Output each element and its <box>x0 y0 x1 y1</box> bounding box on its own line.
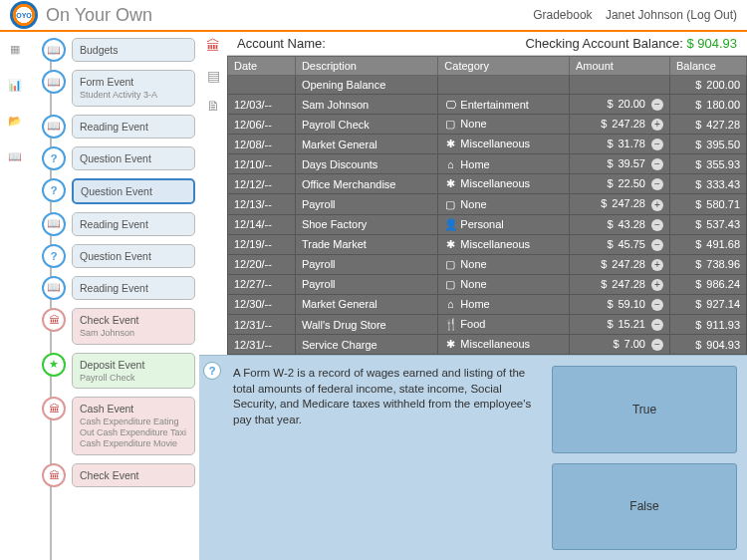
table-row[interactable]: 12/31/--Wall's Drug Store🍴Food$ 15.21 −$… <box>228 315 747 335</box>
cell-date: 12/19/-- <box>228 234 296 254</box>
table-row[interactable]: 12/08/--Market General✱Miscellaneous$ 31… <box>228 135 747 154</box>
timeline-item-title: Reading Event <box>80 218 187 230</box>
timeline-card[interactable]: Question Event <box>72 178 195 204</box>
timeline-item-title: Question Event <box>80 250 187 262</box>
list-icon[interactable]: ▤ <box>207 68 220 84</box>
table-row[interactable]: 12/27/--Payroll▢None$ 247.28 +$ 986.24 <box>228 274 747 294</box>
timeline-item[interactable]: ?Question Event <box>34 178 195 204</box>
chart-icon[interactable]: 📊 <box>6 76 24 94</box>
question-icon: ? <box>203 362 221 380</box>
timeline-item[interactable]: ★Deposit EventPayroll Check <box>34 353 195 390</box>
cell-description: Days Discounts <box>295 154 437 174</box>
cell-description: Payroll <box>295 194 437 214</box>
cell-description: Payroll <box>295 274 437 294</box>
table-row[interactable]: 12/13/--Payroll▢None$ 247.28 +$ 580.71 <box>228 194 747 214</box>
question-text: A Form W-2 is a record of wages earned a… <box>225 356 548 560</box>
cell-category: 🍴Food <box>438 315 570 335</box>
user-logout-link[interactable]: Janet Johnson (Log Out) <box>606 8 737 22</box>
cell-balance: $ 580.71 <box>670 194 747 214</box>
gradebook-link[interactable]: Gradebook <box>533 8 592 22</box>
cell-date: 12/31/-- <box>228 315 296 335</box>
cell-balance: $ 200.00 <box>670 76 747 95</box>
timeline-item[interactable]: 🏛Check EventSam Johnson <box>34 308 195 345</box>
table-row[interactable]: 12/19/--Trade Market✱Miscellaneous$ 45.7… <box>228 234 747 254</box>
answer-false-button[interactable]: False <box>552 463 737 550</box>
timeline-card[interactable]: Question Event <box>72 244 195 268</box>
cell-balance: $ 904.93 <box>670 335 747 355</box>
cell-date: 12/13/-- <box>228 194 296 214</box>
table-row[interactable]: 12/14/--Shoe Factory👤Personal$ 43.28 −$ … <box>228 214 747 234</box>
timeline-item-icon: 📖 <box>42 70 66 94</box>
timeline-card[interactable]: Check Event <box>72 463 195 487</box>
timeline-item-title: Reading Event <box>80 282 187 294</box>
cell-date: 12/10/-- <box>228 154 296 174</box>
cell-date: 12/03/-- <box>228 95 296 115</box>
timeline-card[interactable]: Form EventStudent Activity 3-A <box>72 70 195 107</box>
cell-amount: $ 247.28 + <box>569 274 669 294</box>
timeline-item[interactable]: 📖Budgets <box>34 38 195 62</box>
cell-description: Market General <box>295 294 437 314</box>
table-row[interactable]: Opening Balance$ 200.00 <box>228 76 747 95</box>
timeline-panel: 📖Budgets📖Form EventStudent Activity 3-A📖… <box>30 32 199 560</box>
timeline-card[interactable]: Budgets <box>72 38 195 62</box>
timeline-item[interactable]: ?Question Event <box>34 146 195 170</box>
timeline-item-title: Check Event <box>80 469 187 481</box>
cell-date: 12/30/-- <box>228 294 296 314</box>
ledger-table: DateDescriptionCategoryAmountBalance Ope… <box>227 56 747 355</box>
balance-amount: $ 904.93 <box>686 36 737 51</box>
cell-date: 12/27/-- <box>228 274 296 294</box>
cell-description: Opening Balance <box>295 76 437 95</box>
column-header: Description <box>295 57 437 76</box>
timeline-card[interactable]: Check EventSam Johnson <box>72 308 195 345</box>
timeline-item-icon: ? <box>42 244 66 268</box>
timeline-card[interactable]: Reading Event <box>72 276 195 300</box>
table-row[interactable]: 12/12/--Office Merchandise✱Miscellaneous… <box>228 174 747 194</box>
timeline-item[interactable]: 📖Form EventStudent Activity 3-A <box>34 70 195 107</box>
folder-icon[interactable]: 📂 <box>6 112 24 130</box>
timeline-item-title: Budgets <box>80 44 187 56</box>
cell-date <box>228 76 296 95</box>
table-row[interactable]: 12/10/--Days Discounts⌂Home$ 39.57 −$ 35… <box>228 154 747 174</box>
cell-amount: $ 247.28 + <box>569 115 669 135</box>
timeline-item[interactable]: 📖Reading Event <box>34 115 195 139</box>
cell-date: 12/12/-- <box>228 174 296 194</box>
table-row[interactable]: 12/20/--Payroll▢None$ 247.28 +$ 738.96 <box>228 254 747 274</box>
account-header: Account Name: Checking Account Balance: … <box>227 32 747 56</box>
timeline-item-icon: 📖 <box>42 276 66 300</box>
table-row[interactable]: 12/31/--Service Charge✱Miscellaneous$ 7.… <box>228 335 747 355</box>
cell-amount: $ 15.21 − <box>569 315 669 335</box>
timeline-card[interactable]: Question Event <box>72 146 195 170</box>
timeline-item-subtitle: Sam Johnson <box>80 328 187 339</box>
book-icon[interactable]: 📖 <box>6 147 24 165</box>
ledger-icon-rail: 🏛 ▤ 🗎 <box>199 32 227 355</box>
cell-description: Wall's Drug Store <box>295 315 437 335</box>
table-row[interactable]: 12/30/--Market General⌂Home$ 59.10 −$ 92… <box>228 294 747 314</box>
cell-category: ▢None <box>438 274 570 294</box>
table-row[interactable]: 12/03/--Sam Johnson🖵Entertainment$ 20.00… <box>228 95 747 115</box>
cell-amount: $ 247.28 + <box>569 194 669 214</box>
cell-category: ✱Miscellaneous <box>438 335 570 355</box>
app-logo: OYO <box>10 1 38 29</box>
timeline-item[interactable]: 📖Reading Event <box>34 212 195 236</box>
timeline-card[interactable]: Cash EventCash Expenditure Eating Out Ca… <box>72 397 195 454</box>
timeline-item[interactable]: 🏛Check Event <box>34 463 195 487</box>
cell-amount <box>569 76 669 95</box>
cell-balance: $ 491.68 <box>670 234 747 254</box>
cell-description: Shoe Factory <box>295 214 437 234</box>
timeline-item[interactable]: 📖Reading Event <box>34 276 195 300</box>
timeline-item-subtitle: Payroll Check <box>80 373 187 384</box>
timeline-item-subtitle: Student Activity 3-A <box>80 90 187 101</box>
timeline-card[interactable]: Reading Event <box>72 212 195 236</box>
timeline-item-title: Question Event <box>81 185 186 197</box>
cell-description: Sam Johnson <box>295 95 437 115</box>
timeline-item[interactable]: 🏛Cash EventCash Expenditure Eating Out C… <box>34 397 195 454</box>
timeline-card[interactable]: Deposit EventPayroll Check <box>72 353 195 390</box>
column-header: Balance <box>670 57 747 76</box>
answer-true-button[interactable]: True <box>552 366 737 452</box>
grid-icon[interactable]: ▦ <box>6 40 24 58</box>
document-icon[interactable]: 🗎 <box>206 98 220 114</box>
table-row[interactable]: 12/06/--Payroll Check▢None$ 247.28 +$ 42… <box>228 115 747 135</box>
timeline-card[interactable]: Reading Event <box>72 115 195 139</box>
bank-icon[interactable]: 🏛 <box>206 38 220 54</box>
timeline-item[interactable]: ?Question Event <box>34 244 195 268</box>
